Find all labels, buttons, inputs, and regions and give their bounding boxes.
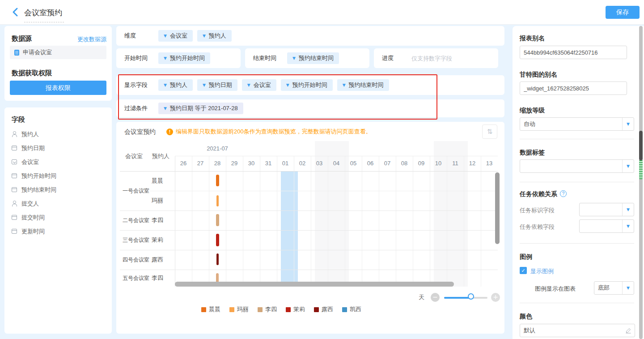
zoom-level-select[interactable]: 自动 ▼ [520, 117, 634, 131]
page-scrollbar-thumb[interactable] [639, 131, 643, 160]
data-label-title: 数据标签 [520, 149, 545, 157]
display-field-tag[interactable]: ▼预约日期 [197, 79, 237, 91]
field-item[interactable]: 会议室 [12, 155, 107, 169]
zoom-in-button[interactable]: + [491, 293, 500, 302]
legend-item[interactable]: 晨晨 [201, 305, 220, 313]
page-scrollbar-track[interactable] [639, 26, 643, 339]
row-line [149, 191, 498, 191]
legend-item[interactable]: 露西 [314, 305, 333, 313]
tag-label: 会议室 [170, 32, 187, 40]
field-item[interactable]: 更新时间 [12, 224, 107, 238]
person-cell: 玛丽 [149, 191, 175, 210]
task-id-field-select[interactable]: ▼ [579, 203, 634, 216]
gantt-bar[interactable] [216, 175, 219, 186]
color-input[interactable]: 默认 [520, 324, 635, 337]
dimension-tag[interactable]: ▼预约人 [197, 30, 232, 42]
day-cell: 04 [328, 156, 345, 171]
display-field-tag[interactable]: ▼会议室 [242, 79, 276, 91]
warning-icon: ! [166, 129, 173, 135]
room-cell: 一号会议室 [120, 171, 149, 210]
fields-title: 字段 [12, 116, 25, 124]
display-field-tag[interactable]: ▼预约人 [158, 79, 193, 91]
row-line [120, 270, 498, 270]
triangle-down-icon: ▼ [343, 83, 346, 87]
dimension-row: 维度 ▼会议室 ▼预约人 [116, 26, 504, 46]
sort-button[interactable]: ⇅ [482, 124, 497, 139]
gantt-bar[interactable] [216, 234, 219, 246]
row-line [120, 210, 498, 211]
data-label-select[interactable]: ▼ [520, 159, 634, 173]
legend-item[interactable]: 茉莉 [286, 305, 305, 313]
field-item[interactable]: 预约人 [12, 127, 107, 141]
gantt-grid [175, 156, 498, 287]
zoom-out-button[interactable]: − [431, 293, 440, 302]
triangle-down-icon: ▼ [164, 34, 167, 38]
room-cell: 三号会议室 [120, 230, 149, 250]
help-icon[interactable]: ? [560, 190, 567, 197]
legend-item[interactable]: 凯西 [342, 305, 361, 313]
field-label: 会议室 [21, 158, 39, 166]
day-cell: 28 [209, 156, 226, 171]
field-item[interactable]: 提交人 [12, 197, 107, 210]
start-time-tag[interactable]: ▼预约开始时间 [158, 52, 210, 64]
field-label: 预约开始时间 [21, 172, 56, 180]
page-title[interactable]: 会议室预约 [24, 8, 64, 22]
progress-input[interactable] [411, 55, 487, 62]
legend-position-select[interactable]: 底部 ▼ [594, 281, 634, 295]
datasource-item[interactable]: 申请会议室 [10, 46, 106, 59]
gantt-bar[interactable] [216, 195, 219, 206]
task-dep-field-select[interactable]: ▼ [579, 219, 634, 233]
vertical-scrollbar[interactable] [495, 172, 500, 244]
legend-item[interactable]: 李四 [258, 305, 277, 313]
chevron-left-icon [11, 7, 21, 17]
day-cell: 31 [260, 156, 277, 171]
calendar-icon [12, 146, 17, 150]
day-cell: 03 [311, 156, 328, 171]
field-item[interactable]: 预约日期 [12, 141, 107, 155]
field-label: 预约人 [21, 130, 39, 138]
triangle-down-icon: ▼ [627, 122, 630, 126]
zoom-slider-handle[interactable] [468, 293, 474, 300]
gantt-bar[interactable] [216, 253, 219, 265]
report-alias-input[interactable] [520, 46, 627, 59]
start-time-row: 开始时间 ▼预约开始时间 [116, 48, 241, 68]
legend-item[interactable]: 玛丽 [229, 305, 249, 313]
change-datasource-link[interactable]: 更改数据源 [77, 35, 106, 43]
save-button[interactable]: 保存 [606, 6, 640, 19]
day-cell: 02 [294, 156, 311, 171]
field-item[interactable]: 提交时间 [12, 210, 107, 224]
arrow-zone: ▼ [622, 160, 634, 172]
room-cell: 二号会议室 [120, 210, 149, 230]
show-legend-checkbox[interactable]: ✓ [520, 267, 527, 274]
calendar-icon [12, 215, 17, 220]
task-dependency-title: 任务依赖关系? [520, 190, 567, 198]
gantt-area: 2021-07 26 27 28 29 30 31 01 02 03 04 05… [120, 141, 498, 287]
back-button[interactable] [11, 7, 21, 17]
legend-swatch [201, 307, 206, 312]
end-time-tag[interactable]: ▼预约结束时间 [287, 52, 339, 64]
legend-swatch [342, 307, 347, 312]
person-column-header: 预约人 [149, 141, 175, 171]
field-label: 提交人 [21, 200, 39, 208]
horizontal-scrollbar[interactable] [175, 282, 454, 287]
triangle-down-icon: ▼ [247, 83, 250, 87]
tag-label: 预约人 [170, 81, 187, 89]
triangle-down-icon: ▼ [627, 224, 630, 228]
edit-icon[interactable] [622, 327, 635, 334]
field-item[interactable]: 预约开始时间 [12, 169, 107, 183]
gantt-bar[interactable] [216, 214, 219, 226]
report-permission-button[interactable]: 报表权限 [10, 81, 106, 95]
zoom-slider-track[interactable] [444, 297, 487, 299]
dimension-tag[interactable]: ▼会议室 [158, 30, 193, 42]
tag-label: 预约人 [209, 32, 226, 40]
display-field-tag[interactable]: ▼预约开始时间 [281, 79, 333, 91]
day-cell: 10 [430, 156, 447, 171]
zoom-slider-fill [444, 297, 471, 299]
gantt-alias-input[interactable] [520, 82, 627, 95]
arrow-zone: ▼ [622, 118, 634, 130]
tag-label: 预约日期 等于 2021-07-28 [170, 104, 238, 112]
settings-panel: 报表别名 甘特图的别名 缩放等级 自动 ▼ 数据标签 ▼ 任务依赖关系? 任务标… [513, 26, 644, 339]
filter-tag[interactable]: ▼预约日期 等于 2021-07-28 [158, 103, 243, 114]
display-field-tag[interactable]: ▼预约结束时间 [337, 79, 389, 91]
field-item[interactable]: 预约结束时间 [12, 183, 107, 197]
